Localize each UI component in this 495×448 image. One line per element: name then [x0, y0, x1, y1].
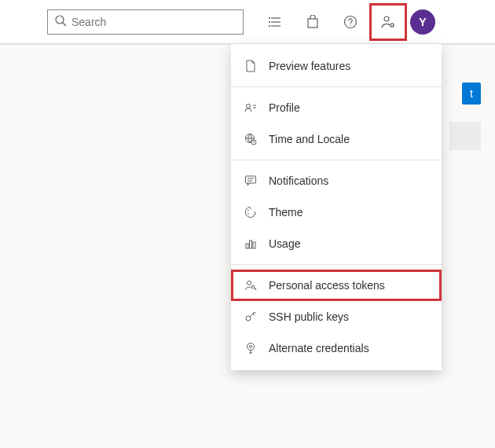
- shopping-bag-icon[interactable]: [294, 3, 332, 41]
- help-icon[interactable]: [332, 3, 369, 41]
- search-input[interactable]: [72, 16, 236, 28]
- person-card-icon: [244, 101, 258, 115]
- svg-rect-26: [253, 242, 255, 248]
- svg-point-10: [350, 24, 350, 25]
- menu-label: Alternate credentials: [269, 342, 369, 354]
- menu-separator: [231, 264, 442, 265]
- svg-point-13: [247, 105, 251, 108]
- avatar[interactable]: Y: [410, 9, 435, 35]
- svg-rect-24: [246, 244, 248, 248]
- menu-label: Personal access tokens: [269, 279, 385, 292]
- document-sparkle-icon: [244, 59, 258, 73]
- new-project-button-fragment[interactable]: t: [462, 83, 481, 105]
- person-key-icon: [244, 278, 258, 292]
- menu-label: Profile: [269, 101, 300, 114]
- palette-icon: [244, 205, 258, 219]
- search-box[interactable]: [47, 9, 244, 35]
- svg-point-7: [270, 25, 270, 26]
- menu-alternate-credentials[interactable]: Alternate credentials: [231, 332, 442, 364]
- svg-point-3: [270, 17, 270, 18]
- menu-notifications[interactable]: Notifications: [231, 165, 442, 196]
- menu-personal-access-tokens[interactable]: Personal access tokens: [231, 270, 442, 301]
- menu-theme[interactable]: Theme: [231, 196, 442, 228]
- user-settings-dropdown: Preview features Profile Time and Locale: [231, 44, 442, 370]
- svg-rect-8: [308, 19, 317, 28]
- menu-preview-features[interactable]: Preview features: [231, 50, 442, 82]
- menu-label: Theme: [269, 206, 303, 218]
- svg-point-21: [248, 210, 249, 211]
- menu-label: Time and Locale: [269, 133, 350, 145]
- svg-point-27: [248, 281, 251, 285]
- search-icon: [54, 14, 67, 29]
- menu-separator: [231, 86, 442, 87]
- svg-point-5: [270, 21, 270, 22]
- menu-label: Usage: [269, 237, 300, 250]
- key-icon: [244, 310, 258, 324]
- globe-clock-icon: [244, 132, 258, 146]
- header-bar: Y: [0, 0, 495, 44]
- svg-point-22: [250, 208, 251, 210]
- user-settings-icon[interactable]: [369, 3, 407, 41]
- svg-point-23: [248, 213, 249, 215]
- menu-label: Preview features: [269, 60, 350, 72]
- chat-icon: [244, 174, 258, 188]
- menu-separator: [231, 160, 442, 160]
- filter-bar-fragment: [449, 122, 481, 150]
- list-icon[interactable]: [256, 3, 294, 41]
- svg-point-30: [248, 343, 255, 351]
- header-icons: Y: [256, 3, 435, 41]
- svg-point-0: [56, 16, 64, 24]
- menu-label: SSH public keys: [269, 310, 349, 323]
- credentials-icon: [244, 341, 258, 355]
- svg-line-1: [63, 23, 66, 26]
- menu-profile[interactable]: Profile: [231, 92, 442, 123]
- svg-point-31: [250, 346, 252, 348]
- svg-point-11: [384, 17, 389, 21]
- menu-label: Notifications: [269, 174, 328, 187]
- svg-rect-18: [246, 176, 256, 183]
- bar-chart-icon: [244, 237, 258, 251]
- svg-rect-25: [250, 241, 252, 248]
- menu-time-locale[interactable]: Time and Locale: [231, 123, 442, 155]
- svg-point-9: [345, 16, 357, 28]
- avatar-initial: Y: [419, 16, 426, 28]
- menu-ssh-keys[interactable]: SSH public keys: [231, 301, 442, 332]
- menu-usage[interactable]: Usage: [231, 228, 442, 259]
